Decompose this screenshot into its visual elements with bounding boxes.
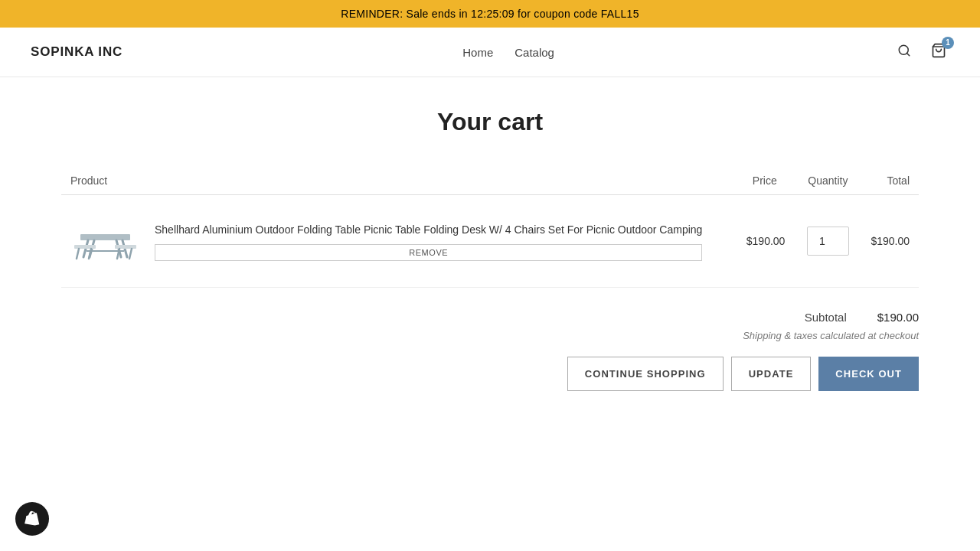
product-info: Shellhard Aluminium Outdoor Folding Tabl… xyxy=(155,222,702,261)
cart-button[interactable]: 1 xyxy=(928,40,949,65)
svg-line-1 xyxy=(906,53,909,55)
product-cell: Shellhard Aluminium Outdoor Folding Tabl… xyxy=(61,195,737,288)
main-content: Your cart Product Price Quantity Total xyxy=(31,77,949,437)
header-actions: 1 xyxy=(894,40,949,65)
quantity-input[interactable] xyxy=(807,227,849,256)
svg-line-13 xyxy=(117,249,119,259)
cart-table: Product Price Quantity Total xyxy=(61,167,919,288)
shipping-note: Shipping & taxes calculated at checkout xyxy=(743,330,919,341)
th-product: Product xyxy=(61,167,737,195)
sale-banner: REMINDER: Sale ends in 12:25:09 for coup… xyxy=(0,0,980,28)
qty-cell xyxy=(796,195,859,288)
banner-text: REMINDER: Sale ends in 12:25:09 for coup… xyxy=(341,8,639,20)
subtotal-label: Subtotal xyxy=(805,311,847,324)
checkout-button[interactable]: CHECK OUT xyxy=(818,357,919,391)
update-button[interactable]: UPDATE xyxy=(731,357,812,391)
continue-shopping-button[interactable]: CONTINUE SHOPPING xyxy=(567,357,724,391)
nav-catalog[interactable]: Catalog xyxy=(514,46,554,59)
nav-home[interactable]: Home xyxy=(462,46,493,59)
product-image xyxy=(70,210,139,272)
search-button[interactable] xyxy=(894,41,914,64)
price-cell: $190.00 xyxy=(737,195,797,288)
remove-button[interactable]: REMOVE xyxy=(155,244,702,261)
svg-line-11 xyxy=(89,249,91,259)
th-total: Total xyxy=(859,167,919,195)
search-icon xyxy=(897,44,911,57)
page-title: Your cart xyxy=(61,108,919,136)
total-cell: $190.00 xyxy=(859,195,919,288)
svg-rect-12 xyxy=(115,245,136,249)
product-image-svg xyxy=(73,213,138,270)
main-nav: Home Catalog xyxy=(462,46,554,59)
table-row: Shellhard Aluminium Outdoor Folding Tabl… xyxy=(61,195,919,288)
site-logo: SOPINKA INC xyxy=(31,44,122,60)
subtotal-row: Subtotal $190.00 xyxy=(805,311,919,324)
svg-line-14 xyxy=(129,249,132,259)
cart-actions: CONTINUE SHOPPING UPDATE CHECK OUT xyxy=(61,357,919,391)
product-name: Shellhard Aluminium Outdoor Folding Tabl… xyxy=(155,222,702,238)
th-quantity: Quantity xyxy=(796,167,859,195)
subtotal-value: $190.00 xyxy=(877,311,919,324)
cart-table-header: Product Price Quantity Total xyxy=(61,167,919,195)
cart-badge: 1 xyxy=(942,37,954,49)
svg-rect-9 xyxy=(74,245,96,249)
site-header: SOPINKA INC Home Catalog 1 xyxy=(0,28,980,77)
svg-line-10 xyxy=(77,249,79,259)
cart-summary: Subtotal $190.00 Shipping & taxes calcul… xyxy=(61,311,919,341)
cart-table-body: Shellhard Aluminium Outdoor Folding Tabl… xyxy=(61,195,919,288)
th-price: Price xyxy=(737,167,797,195)
